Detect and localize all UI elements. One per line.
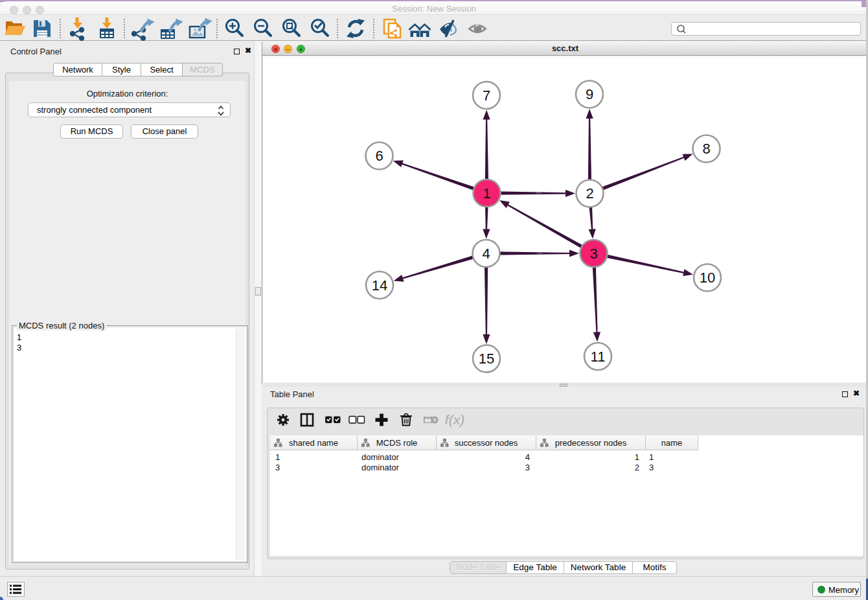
svg-text:2: 2 — [586, 185, 593, 202]
svg-text:10: 10 — [700, 270, 715, 286]
svg-text:15: 15 — [479, 351, 494, 367]
svg-text:3: 3 — [589, 246, 597, 262]
svg-text:f(x): f(x) — [445, 412, 464, 427]
svg-text:7: 7 — [483, 87, 490, 104]
svg-text:4: 4 — [482, 246, 490, 262]
svg-text:8: 8 — [702, 141, 710, 157]
svg-text:1: 1 — [483, 185, 490, 202]
svg-text:11: 11 — [591, 349, 606, 365]
svg-text:9: 9 — [586, 86, 593, 102]
svg-text:14: 14 — [372, 277, 387, 294]
svg-text:Memory: Memory — [828, 585, 859, 595]
svg-text:6: 6 — [375, 148, 383, 164]
